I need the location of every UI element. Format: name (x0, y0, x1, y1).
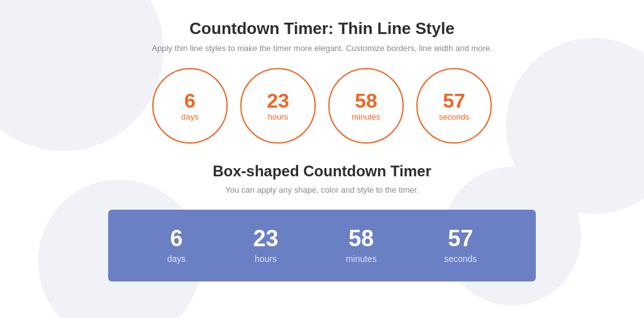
page-wrapper: Countdown Timer: Thin Line Style Apply t… (0, 0, 644, 318)
minutes-label: minutes (352, 112, 380, 122)
section2-subtitle: You can apply any shape, color and style… (225, 185, 418, 195)
days-value: 6 (184, 91, 196, 111)
box-seconds-label: seconds (444, 254, 477, 264)
minutes-value: 58 (355, 91, 377, 111)
box-minutes-value: 58 (348, 227, 374, 250)
box-seconds-value: 57 (448, 227, 473, 250)
timer-box: 6 days 23 hours 58 minutes 57 seconds (108, 210, 536, 281)
seconds-value: 57 (443, 91, 465, 111)
section-thin-line: Countdown Timer: Thin Line Style Apply t… (0, 19, 644, 144)
content: Countdown Timer: Thin Line Style Apply t… (0, 0, 644, 281)
circle-minutes: 58 minutes (328, 68, 404, 144)
hours-label: hours (268, 112, 289, 122)
box-hours: 23 hours (253, 227, 279, 264)
box-days-label: days (167, 254, 186, 264)
circle-hours: 23 hours (240, 68, 316, 144)
circle-days: 6 days (152, 68, 228, 144)
box-hours-value: 23 (253, 227, 279, 250)
days-label: days (181, 112, 198, 122)
timer-circles: 6 days 23 hours 58 minutes 57 seconds (152, 68, 492, 144)
circle-seconds: 57 seconds (416, 68, 492, 144)
box-days-value: 6 (170, 227, 182, 250)
section1-subtitle: Apply thin line styles to make the timer… (152, 43, 492, 53)
section1-title: Countdown Timer: Thin Line Style (189, 19, 454, 38)
section2-title: Box-shaped Countdown Timer (213, 162, 431, 180)
box-minutes-label: minutes (346, 254, 377, 264)
box-days: 6 days (167, 227, 186, 264)
box-minutes: 58 minutes (346, 227, 377, 264)
seconds-label: seconds (439, 112, 469, 122)
hours-value: 23 (267, 91, 289, 111)
section-box-shaped: Box-shaped Countdown Timer You can apply… (0, 162, 644, 281)
box-seconds: 57 seconds (444, 227, 477, 264)
box-hours-label: hours (255, 254, 277, 264)
